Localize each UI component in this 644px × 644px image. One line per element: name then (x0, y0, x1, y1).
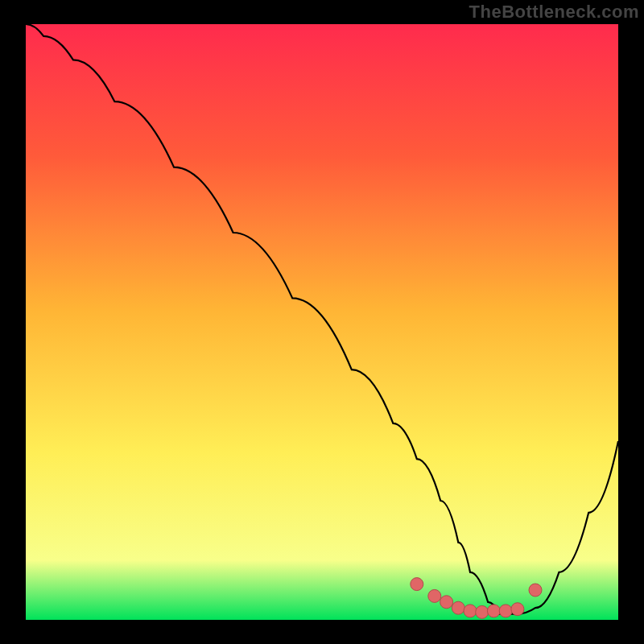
marker-point (428, 589, 441, 602)
chart-frame: TheBottleneck.com (0, 0, 644, 644)
marker-point (511, 603, 524, 616)
marker-point (476, 605, 489, 618)
marker-point (499, 605, 512, 617)
marker-point (411, 578, 423, 591)
marker-point (529, 584, 542, 597)
plot-area (26, 24, 618, 620)
gradient-background (26, 24, 618, 620)
watermark-text: TheBottleneck.com (469, 2, 639, 23)
marker-point (440, 596, 453, 609)
plot-svg (26, 24, 618, 620)
marker-point (452, 601, 464, 614)
marker-point (487, 605, 500, 617)
marker-point (464, 605, 477, 617)
